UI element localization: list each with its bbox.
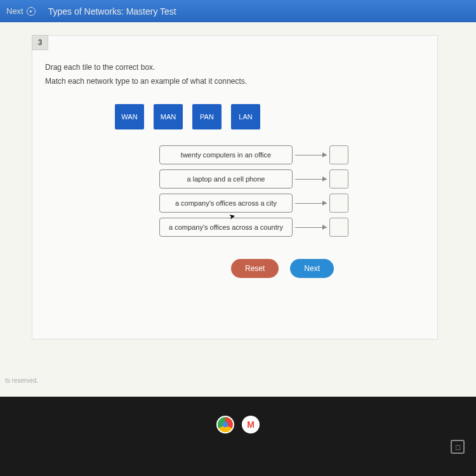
match-row: a company's offices across a country xyxy=(159,218,437,237)
chrome-icon[interactable] xyxy=(216,416,234,433)
match-label-4: a company's offices across a country xyxy=(159,218,293,237)
tile-wan[interactable]: WAN xyxy=(115,104,144,129)
footer-text: ts reserved. xyxy=(5,377,38,384)
page-title: Types of Networks: Mastery Test xyxy=(48,6,176,17)
reset-button[interactable]: Reset xyxy=(231,259,279,278)
match-label-1: twenty computers in an office xyxy=(159,145,293,164)
arrow-icon xyxy=(295,155,327,155)
tile-man[interactable]: MAN xyxy=(154,104,183,129)
match-row: twenty computers in an office xyxy=(159,145,437,164)
next-button[interactable]: Next xyxy=(290,259,334,278)
content-area: 3 Drag each tile to the correct box. Mat… xyxy=(0,22,476,397)
taskbar-icons: M xyxy=(0,397,476,433)
drop-target-4[interactable] xyxy=(329,218,348,237)
tile-lan[interactable]: LAN xyxy=(231,104,260,129)
next-label: Next xyxy=(6,6,23,16)
drop-target-2[interactable] xyxy=(329,169,348,188)
arrow-icon xyxy=(295,227,327,228)
instruction-line-2: Match each network type to an example of… xyxy=(45,75,425,89)
tile-pan[interactable]: PAN xyxy=(192,104,221,129)
drop-target-3[interactable] xyxy=(329,194,348,213)
gmail-icon[interactable]: M xyxy=(242,416,260,433)
arrow-right-icon: ▸ xyxy=(27,7,36,16)
match-label-3: a company's offices across a city xyxy=(159,194,293,213)
header-next-button[interactable]: Next ▸ xyxy=(6,6,36,16)
question-number-tab[interactable]: 3 xyxy=(32,35,48,50)
match-row: a laptop and a cell phone xyxy=(159,169,437,188)
question-card: 3 Drag each tile to the correct box. Mat… xyxy=(32,35,438,340)
instructions: Drag each tile to the correct box. Match… xyxy=(32,36,437,95)
taskbar: M ◻ xyxy=(0,397,476,476)
drop-target-1[interactable] xyxy=(329,145,348,164)
match-rows: twenty computers in an office a laptop a… xyxy=(32,145,437,237)
action-buttons: Reset Next xyxy=(32,259,437,278)
match-label-2: a laptop and a cell phone xyxy=(159,169,293,188)
arrow-icon xyxy=(295,203,327,204)
screenshot-icon[interactable]: ◻ xyxy=(451,440,465,454)
instruction-line-1: Drag each tile to the correct box. xyxy=(45,61,425,75)
header-bar: Next ▸ Types of Networks: Mastery Test xyxy=(0,0,476,22)
arrow-icon xyxy=(295,179,327,180)
match-row: a company's offices across a city xyxy=(159,194,437,213)
tiles-row: WAN MAN PAN LAN xyxy=(32,95,437,145)
